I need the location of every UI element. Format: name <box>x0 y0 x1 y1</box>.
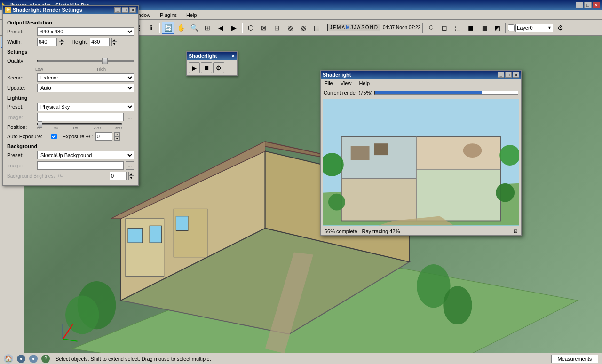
xray-btn[interactable]: ⬡ <box>425 22 437 34</box>
sl-settings-btn[interactable]: ⚙ <box>213 62 224 73</box>
auto-exposure-label: Auto Exposure: <box>7 134 49 139</box>
scene-select[interactable]: Exterior Interior <box>37 73 134 82</box>
status-icon-circle2[interactable]: ● <box>29 355 38 363</box>
status-icon-circle1[interactable]: ● <box>17 355 25 363</box>
view-front-btn[interactable]: ⊟ <box>271 22 283 34</box>
background-section-header: Background <box>7 143 134 149</box>
next-view-btn[interactable]: ▶ <box>228 22 240 34</box>
time1: 04:37 <box>383 25 395 30</box>
render-progress-fill <box>375 91 482 94</box>
width-up[interactable]: ▲ <box>59 38 64 42</box>
lighting-preset-select[interactable]: Physical Sky Indoor <box>37 103 134 111</box>
textured-btn[interactable]: ▦ <box>478 22 490 34</box>
bg-brightness-down[interactable]: ▼ <box>128 176 134 180</box>
view-top-btn[interactable]: ⊠ <box>258 22 270 34</box>
svg-line-16 <box>63 324 72 339</box>
lighting-image-input[interactable] <box>37 113 124 121</box>
shaderlight-toolbar-title: Shaderlight × <box>187 52 237 60</box>
render-settings-dialog: ☀ Shaderlight Render Settings _ □ × Outp… <box>2 5 139 186</box>
menu-plugins[interactable]: Plugins <box>157 11 180 19</box>
zoom-extent-btn[interactable]: ⊞ <box>201 22 214 34</box>
bg-brightness-row: Background Brightness +/-: ▲ ▼ <box>7 172 134 180</box>
preset-row: Preset: 640 x 480 800 x 600 1024 x 768 <box>7 27 134 36</box>
minimize-btn[interactable]: _ <box>576 2 583 8</box>
quality-slider-thumb[interactable] <box>102 58 108 64</box>
render-menu-help[interactable]: Help <box>357 80 372 87</box>
height-up[interactable]: ▲ <box>111 38 117 42</box>
layer-checkbox[interactable] <box>508 24 515 31</box>
bg-image-input[interactable] <box>37 161 124 170</box>
layer-selector[interactable]: Layer0 ▼ <box>515 24 553 32</box>
settings-btn[interactable]: ⚙ <box>554 22 566 34</box>
lighting-section-header: Lighting <box>7 95 134 101</box>
pan-btn[interactable]: ✋ <box>175 22 187 34</box>
month-a2: A <box>357 25 360 30</box>
render-progress-area: Current render (75%) <box>321 87 521 98</box>
sl-render-btn[interactable]: ▶ <box>189 62 200 73</box>
close-btn[interactable]: × <box>593 2 600 8</box>
dialog-content: Output Resolution Preset: 640 x 480 800 … <box>3 14 138 185</box>
auto-exposure-checkbox[interactable] <box>51 134 57 139</box>
model-info-btn[interactable]: ℹ <box>145 22 157 34</box>
width-height-row: Width: ▲ ▼ Height: ▲ ▼ <box>7 38 134 46</box>
width-down[interactable]: ▼ <box>59 42 64 46</box>
exposure-input[interactable] <box>95 132 112 141</box>
dialog-close[interactable]: × <box>129 7 136 13</box>
hidden-btn[interactable]: ⬚ <box>452 22 464 34</box>
zoom-btn[interactable]: 🔍 <box>188 22 200 34</box>
height-spinner: ▲ ▼ <box>111 38 117 46</box>
render-maximize[interactable]: □ <box>505 72 512 78</box>
month-a1: A <box>341 25 345 30</box>
lighting-browse-btn[interactable]: ... <box>126 113 134 121</box>
bg-image-row: Image: ... <box>7 161 134 170</box>
bg-brightness-input[interactable] <box>110 172 127 180</box>
prev-view-btn[interactable]: ◀ <box>214 22 227 34</box>
render-close[interactable]: × <box>513 72 519 78</box>
orbit-btn[interactable]: 🔄 <box>162 22 174 34</box>
wire-btn[interactable]: ◻ <box>438 22 451 34</box>
svg-point-13 <box>443 286 472 324</box>
dialog-maximize[interactable]: □ <box>122 7 128 13</box>
view-right-btn[interactable]: ▨ <box>284 22 296 34</box>
exposure-down[interactable]: ▼ <box>114 136 120 141</box>
bg-preset-select[interactable]: SketchUp Background Solid Color Image <box>37 151 134 159</box>
preset-select[interactable]: 640 x 480 800 x 600 1024 x 768 <box>37 27 134 36</box>
view-iso-btn[interactable]: ⬡ <box>245 22 257 34</box>
dialog-title-btns: _ □ × <box>114 7 136 13</box>
height-down[interactable]: ▼ <box>111 42 117 46</box>
render-minimize[interactable]: _ <box>498 72 504 78</box>
update-select[interactable]: Auto Manual <box>37 84 134 92</box>
monochrome-btn[interactable]: ◩ <box>491 22 503 34</box>
exposure-spinner: ▲ ▼ <box>114 132 120 141</box>
position-label: Position: <box>7 124 35 130</box>
menu-help[interactable]: Help <box>183 11 200 19</box>
render-menu-view[interactable]: View <box>339 80 354 87</box>
status-help-icon[interactable]: ? <box>41 355 50 363</box>
quality-slider-track[interactable] <box>37 60 134 62</box>
maximize-btn[interactable]: □ <box>584 2 592 8</box>
dialog-icon: ☀ <box>5 7 11 13</box>
bg-brightness-up[interactable]: ▲ <box>128 172 134 176</box>
shaded-btn[interactable]: ◼ <box>465 22 477 34</box>
width-input[interactable] <box>37 38 57 46</box>
position-track[interactable] <box>37 123 122 125</box>
status-bar: 🏠 ● ● ? Select objects. Shift to extend … <box>0 353 602 364</box>
bg-browse-btn[interactable]: ... <box>126 161 134 170</box>
view-back-btn[interactable]: ▧ <box>297 22 309 34</box>
lighting-preset-label: Preset: <box>7 104 35 110</box>
exposure-up[interactable]: ▲ <box>114 132 120 136</box>
render-menu-file[interactable]: File <box>323 80 335 87</box>
sl-stop-btn[interactable]: ⏹ <box>201 62 212 73</box>
layer-dropdown-arrow[interactable]: ▼ <box>547 25 552 30</box>
month-m1: M <box>337 25 341 30</box>
sep4 <box>159 23 160 33</box>
bg-brightness-spinner: ▲ ▼ <box>128 172 134 180</box>
resize-handle[interactable]: ⊡ <box>514 229 517 234</box>
shaderlight-close-btn[interactable]: × <box>232 53 235 59</box>
position-thumb[interactable] <box>38 121 42 128</box>
title-bar-buttons: _ □ × <box>576 2 600 8</box>
height-input[interactable] <box>90 38 110 46</box>
dialog-minimize[interactable]: _ <box>114 7 121 13</box>
quality-label: Quality: <box>7 58 35 63</box>
view-left-btn[interactable]: ▤ <box>310 22 323 34</box>
